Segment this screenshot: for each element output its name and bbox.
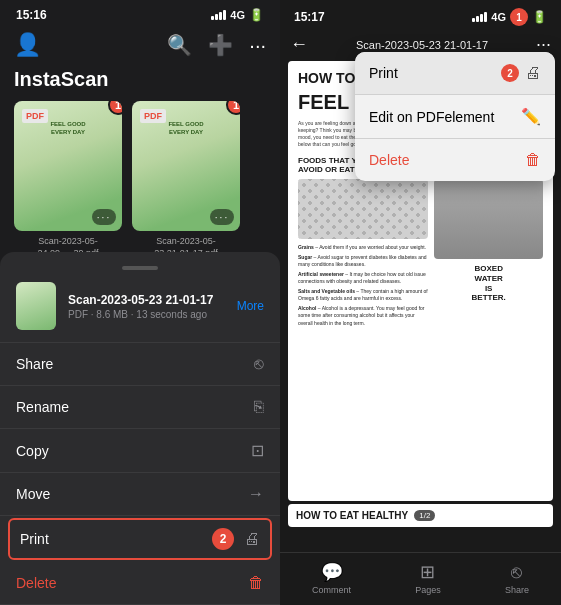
thumbnail-item-1[interactable]: FEEL GOODEVERY DAY PDF ··· 1 Scan-2023-0…	[14, 101, 122, 259]
bar2	[215, 14, 218, 20]
left-panel: 15:16 4G 🔋 👤 🔍 ➕ ··· InstaScan	[0, 0, 280, 605]
thumbnail-item-2[interactable]: FEEL GOODEVERY DAY PDF ··· 1 Scan-2023-0…	[132, 101, 240, 259]
dropdown-print-badge: 2	[501, 64, 519, 82]
doc-two-col: Grains – Avoid them if you are worried a…	[298, 179, 543, 335]
dropdown-edit[interactable]: Edit on PDFelement ✏️	[355, 95, 555, 139]
rbar4	[484, 12, 487, 22]
bar3	[219, 12, 222, 20]
user-icon[interactable]: 👤	[14, 32, 41, 58]
sheet-file-name: Scan-2023-05-23 21-01-17	[68, 293, 237, 307]
app-title: InstaScan	[0, 64, 280, 101]
right-status-bar: 15:17 4G 1 🔋	[280, 0, 561, 30]
boxed-water-text: BOXEDWATERISBETTER.	[434, 264, 543, 302]
share-nav-label: Share	[505, 585, 529, 595]
sheet-menu-share[interactable]: Share ⎋	[0, 343, 280, 386]
sheet-menu-move[interactable]: Move →	[0, 473, 280, 516]
thumbnails-row: FEEL GOODEVERY DAY PDF ··· 1 Scan-2023-0…	[0, 101, 280, 269]
rename-icon: ⎘	[254, 398, 264, 416]
thumb-card-2[interactable]: FEEL GOODEVERY DAY PDF ··· 1	[132, 101, 240, 231]
thumb-more-btn-2[interactable]: ···	[210, 209, 234, 225]
more-icon[interactable]: ···	[249, 34, 266, 57]
thumb-text-1: FEEL GOODEVERY DAY	[50, 121, 85, 137]
dropdown-print-icon: 🖨	[525, 64, 541, 82]
right-panel: 15:17 4G 1 🔋 ← Scan-2023-05-23 21-01-17 …	[280, 0, 561, 605]
copy-label: Copy	[16, 443, 49, 459]
print-label: Print	[20, 531, 49, 547]
rename-label: Rename	[16, 399, 69, 415]
dropdown-delete-label: Delete	[369, 152, 409, 168]
dropdown-delete[interactable]: Delete 🗑	[355, 139, 555, 181]
delete-label: Delete	[16, 575, 56, 591]
right-time: 15:17	[294, 10, 325, 24]
left-network: 4G	[230, 9, 245, 21]
dropdown-edit-label: Edit on PDFelement	[369, 109, 494, 125]
search-icon[interactable]: 🔍	[167, 33, 192, 57]
print-icon: 🖨	[244, 530, 260, 548]
right-header-title: Scan-2023-05-23 21-01-17	[308, 39, 536, 51]
right-battery: 🔋	[532, 10, 547, 24]
left-header: 👤 🔍 ➕ ···	[0, 26, 280, 64]
add-icon[interactable]: ➕	[208, 33, 233, 57]
sheet-menu-copy[interactable]: Copy ⊡	[0, 429, 280, 473]
rbar3	[480, 14, 483, 22]
doc-col-right: BOXEDWATERISBETTER.	[434, 179, 543, 335]
signal-bars	[211, 10, 226, 20]
page-badge: 1/2	[414, 510, 435, 521]
left-status-bar: 15:16 4G 🔋	[0, 0, 280, 26]
copy-icon: ⊡	[251, 441, 264, 460]
thumb-card-1[interactable]: FEEL GOODEVERY DAY PDF ··· 1	[14, 101, 122, 231]
nav-comment[interactable]: 💬 Comment	[312, 561, 351, 595]
share-label: Share	[16, 356, 53, 372]
food-image-right	[434, 179, 543, 259]
right-network: 4G	[491, 11, 506, 23]
circles-bg	[298, 179, 428, 239]
thumb-text-2: FEEL GOODEVERY DAY	[168, 121, 203, 137]
dropdown-print[interactable]: Print 2 🖨	[355, 52, 555, 95]
doc-bottom-strip: HOW TO EAT HEALTHY 1/2	[288, 504, 553, 527]
sheet-file-thumb	[16, 282, 56, 330]
right-status-right: 4G 1 🔋	[472, 8, 547, 26]
right-bottom-nav: 💬 Comment ⊞ Pages ⎋ Share	[280, 552, 561, 605]
sheet-menu-delete[interactable]: Delete 🗑	[0, 562, 280, 605]
dropdown-menu: Print 2 🖨 Edit on PDFelement ✏️ Delete 🗑	[355, 52, 555, 181]
sheet-menu-rename[interactable]: Rename ⎘	[0, 386, 280, 429]
share-icon: ⎋	[254, 355, 264, 373]
bar4	[223, 10, 226, 20]
doc-col-left: Grains – Avoid them if you are worried a…	[298, 179, 428, 335]
left-time: 15:16	[16, 8, 47, 22]
sheet-file-meta: Scan-2023-05-23 21-01-17 PDF · 8.6 MB · …	[68, 293, 237, 320]
sheet-menu-print[interactable]: Print 2 🖨	[8, 518, 272, 560]
pdf-badge-1: PDF	[22, 109, 48, 123]
sheet-handle	[122, 266, 158, 270]
pdf-badge-2: PDF	[140, 109, 166, 123]
doc-col-left-text: Grains – Avoid them if you are worried a…	[298, 244, 428, 327]
sheet-file-info: Scan-2023-05-23 21-01-17 PDF · 8.6 MB · …	[0, 282, 280, 343]
doc-bottom-heading: HOW TO EAT HEALTHY	[296, 510, 408, 521]
left-header-icons: 🔍 ➕ ···	[167, 33, 266, 57]
left-status-right: 4G 🔋	[211, 8, 264, 22]
right-badge: 1	[510, 8, 528, 26]
print-badge: 2	[212, 528, 234, 550]
sheet-more-link[interactable]: More	[237, 299, 264, 313]
nav-share[interactable]: ⎋ Share	[505, 562, 529, 595]
comment-label: Comment	[312, 585, 351, 595]
food-image-left	[298, 179, 428, 239]
bottom-sheet: Scan-2023-05-23 21-01-17 PDF · 8.6 MB · …	[0, 252, 280, 605]
nav-pages[interactable]: ⊞ Pages	[415, 561, 441, 595]
rbar1	[472, 18, 475, 22]
thumb-more-btn-1[interactable]: ···	[92, 209, 116, 225]
sheet-file-details: PDF · 8.6 MB · 13 seconds ago	[68, 309, 237, 320]
pages-label: Pages	[415, 585, 441, 595]
dropdown-edit-icon: ✏️	[521, 107, 541, 126]
bar1	[211, 16, 214, 20]
delete-icon: 🗑	[248, 574, 264, 592]
right-signal-bars	[472, 12, 487, 22]
move-icon: →	[248, 485, 264, 503]
dropdown-delete-icon: 🗑	[525, 151, 541, 169]
dropdown-print-label: Print	[369, 65, 398, 81]
back-icon[interactable]: ←	[290, 34, 308, 55]
pages-icon: ⊞	[420, 561, 435, 583]
battery-icon: 🔋	[249, 8, 264, 22]
share-nav-icon: ⎋	[511, 562, 522, 583]
rbar2	[476, 16, 479, 22]
